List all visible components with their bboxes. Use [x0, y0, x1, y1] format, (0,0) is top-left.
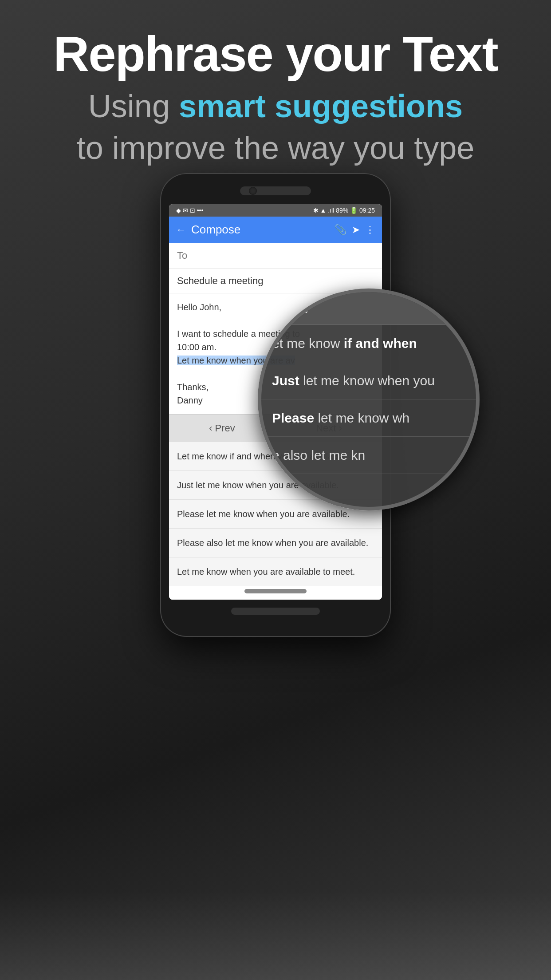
suggestion-item-4[interactable]: Please also let me know when you are ava… [169, 529, 382, 557]
phone-mockup: ◆ ✉ ⊡ ••• ✱ ▲ .ıll 89% 🔋 09:25 ← Compose… [160, 173, 391, 637]
mag-item2-rest: let me know when you [299, 373, 435, 388]
subtitle-using-text: Using [88, 88, 179, 124]
mag-item2-bold: Just [272, 373, 299, 388]
magnify-overlay: ‹ Prev et me know if and when Just let m… [258, 288, 480, 510]
status-bar: ◆ ✉ ⊡ ••• ✱ ▲ .ıll 89% 🔋 09:25 [169, 204, 382, 217]
ground-reflection [0, 891, 551, 980]
status-left-icons: ◆ ✉ ⊡ ••• [176, 207, 203, 214]
toolbar-title: Compose [191, 223, 329, 237]
mag-item4-text: e also let me kn [272, 448, 365, 462]
mag-item-1[interactable]: et me know if and when [261, 325, 476, 362]
prev-label: Prev [215, 423, 235, 434]
subtitle-line2: to improve the way you type [27, 127, 524, 169]
suggestion-item-5[interactable]: Let me know when you are available to me… [169, 557, 382, 586]
mag-item-4[interactable]: e also let me kn [261, 437, 476, 474]
mag-item-3[interactable]: Please let me know wh [261, 399, 476, 437]
app-toolbar: ← Compose 📎 ➤ ⋮ [169, 217, 382, 243]
mag-item1-prefix: et me know [272, 336, 344, 351]
phone-body: ◆ ✉ ⊡ ••• ✱ ▲ .ıll 89% 🔋 09:25 ← Compose… [160, 173, 391, 637]
phone-speaker-top [240, 186, 311, 195]
phone-bottom-bar [169, 589, 382, 600]
mag-item1-bold: if and when [344, 336, 417, 351]
to-field[interactable]: To [169, 243, 382, 269]
magnify-inner: ‹ Prev et me know if and when Just let m… [261, 292, 476, 507]
status-right-icons: ✱ ▲ .ıll 89% 🔋 09:25 [313, 207, 375, 214]
mag-item3-rest: let me know wh [314, 411, 409, 425]
prev-chevron-icon: ‹ [209, 423, 212, 434]
home-bar [244, 589, 307, 593]
mag-item3-bold: Please [272, 411, 314, 425]
phone-speaker-bottom [231, 608, 320, 615]
attach-icon[interactable]: 📎 [335, 224, 346, 236]
back-icon[interactable]: ← [176, 224, 186, 236]
main-title: Rephrase your Text [27, 27, 524, 81]
phone-bottom-outer [169, 600, 382, 624]
subtitle-highlight: smart suggestions [179, 88, 463, 124]
more-icon[interactable]: ⋮ [365, 224, 375, 236]
header-section: Rephrase your Text Using smart suggestio… [0, 0, 551, 186]
subtitle-using: Using smart suggestions [27, 86, 524, 127]
send-icon[interactable]: ➤ [352, 224, 360, 236]
mag-item-2[interactable]: Just let me know when you [261, 362, 476, 399]
